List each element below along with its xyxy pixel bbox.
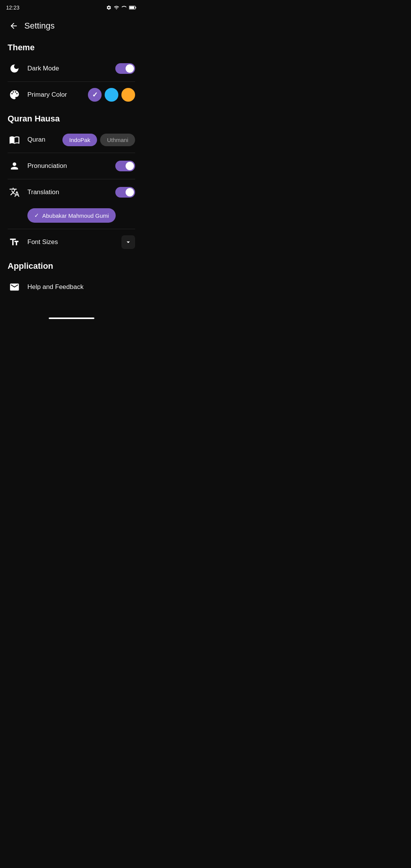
uthmani-button[interactable]: Uthmani	[100, 134, 135, 146]
help-feedback-icon	[8, 280, 21, 294]
indopak-button[interactable]: IndoPak	[62, 134, 97, 146]
dark-mode-icon	[8, 62, 21, 75]
translation-selector-row: ✓ Abubakar Mahmoud Gumi	[0, 205, 143, 229]
signal-icon	[121, 5, 127, 10]
primary-color-row: Primary Color ✓	[0, 82, 143, 108]
pronunciation-icon	[8, 159, 21, 173]
svg-rect-2	[129, 6, 134, 9]
translation-icon	[8, 185, 21, 199]
status-bar: 12:23	[0, 0, 143, 15]
help-feedback-label: Help and Feedback	[27, 283, 135, 291]
color-swatch-blue[interactable]	[105, 88, 118, 102]
settings-status-icon	[106, 5, 112, 10]
quran-style-buttons: IndoPak Uthmani	[62, 134, 135, 146]
primary-color-label: Primary Color	[27, 91, 88, 99]
color-swatch-purple[interactable]: ✓	[88, 88, 102, 102]
font-sizes-dropdown[interactable]	[121, 235, 135, 249]
font-sizes-icon	[8, 235, 21, 249]
pronunciation-toggle[interactable]	[115, 161, 135, 171]
person-voice-icon	[9, 161, 20, 171]
nav-bar	[0, 315, 143, 324]
theme-section-header: Theme	[0, 37, 143, 56]
moon-icon	[9, 63, 20, 74]
back-button[interactable]	[6, 18, 21, 34]
toolbar: Settings	[0, 15, 143, 37]
dark-mode-toggle[interactable]	[115, 63, 135, 74]
email-icon	[9, 282, 20, 292]
pronunciation-row: Pronunciation	[0, 153, 143, 179]
primary-color-icon	[8, 88, 21, 102]
color-swatches: ✓	[88, 88, 135, 102]
color-swatch-orange[interactable]	[121, 88, 135, 102]
pronunciation-slider	[115, 161, 135, 171]
checkmark-icon: ✓	[92, 91, 98, 99]
status-icons	[106, 5, 137, 10]
font-sizes-row: Font Sizes	[0, 229, 143, 255]
book-icon	[9, 134, 20, 145]
help-feedback-row[interactable]: Help and Feedback	[0, 274, 143, 300]
page-title: Settings	[24, 21, 55, 31]
dark-mode-row: Dark Mode	[0, 56, 143, 81]
pronunciation-label: Pronunciation	[27, 162, 115, 170]
translation-toggle[interactable]	[115, 187, 135, 198]
back-arrow-icon	[9, 21, 18, 30]
translator-name: Abubakar Mahmoud Gumi	[42, 212, 109, 219]
translation-slider	[115, 187, 135, 198]
quran-icon	[8, 133, 21, 147]
svg-rect-1	[135, 7, 136, 8]
palette-icon	[9, 89, 20, 100]
dropdown-arrow-icon	[124, 238, 132, 246]
checkmark-translation: ✓	[34, 212, 39, 219]
translation-label: Translation	[27, 188, 115, 196]
dark-mode-label: Dark Mode	[27, 65, 115, 72]
dark-mode-slider	[115, 63, 135, 74]
wifi-icon	[114, 5, 119, 10]
quran-label: Quran	[27, 136, 62, 144]
quran-hausa-section-header: Quran Hausa	[0, 108, 143, 127]
translate-icon	[9, 187, 20, 198]
nav-indicator	[49, 318, 94, 319]
status-time: 12:23	[6, 5, 19, 11]
translation-row: Translation	[0, 179, 143, 205]
quran-style-row: Quran IndoPak Uthmani	[0, 127, 143, 153]
font-sizes-label: Font Sizes	[27, 238, 121, 246]
translation-selector-button[interactable]: ✓ Abubakar Mahmoud Gumi	[27, 208, 116, 223]
battery-icon	[129, 5, 137, 10]
format-size-icon	[9, 237, 20, 247]
application-section-header: Application	[0, 255, 143, 274]
